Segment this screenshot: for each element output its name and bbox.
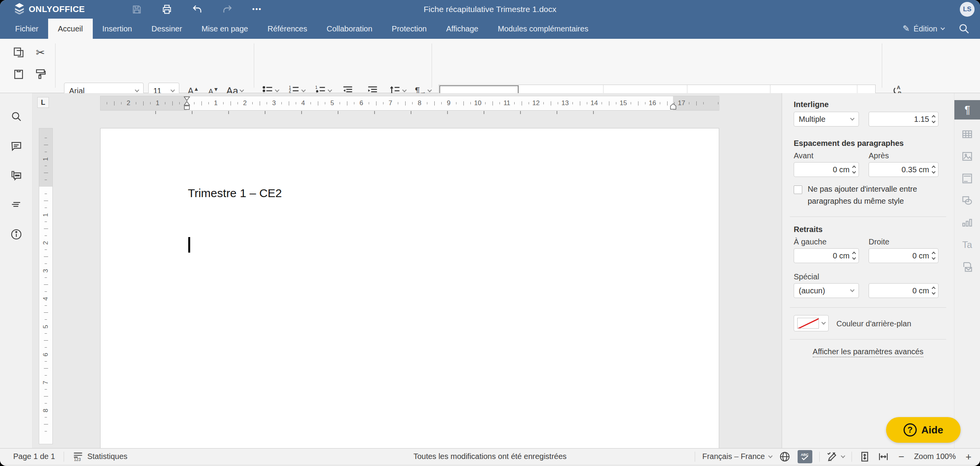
chevron-down-icon xyxy=(768,454,772,458)
zoom-out-button[interactable]: − xyxy=(896,451,907,462)
edition-label: Édition xyxy=(914,24,937,33)
line-spacing-amount-spinner[interactable]: 1.15 xyxy=(869,112,938,126)
spinner-arrows[interactable] xyxy=(932,252,935,259)
tab-references[interactable]: Références xyxy=(258,19,317,39)
svg-text:123: 123 xyxy=(74,457,81,461)
tab-fichier[interactable]: Fichier xyxy=(5,19,48,39)
mail-merge-button[interactable] xyxy=(959,258,976,275)
tab-dessiner[interactable]: Dessiner xyxy=(142,19,192,39)
chevron-down-icon xyxy=(940,26,945,30)
a-gauche-label: À gauche xyxy=(794,237,827,246)
ruler-tick xyxy=(223,102,224,104)
track-changes-button[interactable] xyxy=(827,451,845,463)
line-spacing-type-value: Multiple xyxy=(799,115,826,124)
avatar[interactable]: LS xyxy=(960,2,975,17)
vertical-ruler[interactable]: 112345678 xyxy=(39,128,53,444)
more-actions-button[interactable]: ••• xyxy=(252,5,262,14)
spacing-before-spinner[interactable]: 0 cm xyxy=(794,162,859,177)
zoom-level-label[interactable]: Zoom 100% xyxy=(914,452,956,461)
background-color-picker[interactable] xyxy=(794,315,829,331)
chat-button[interactable] xyxy=(8,167,25,184)
ruler-tick xyxy=(289,101,289,106)
language-selector[interactable]: Français – France xyxy=(702,452,772,461)
set-language-button[interactable] xyxy=(779,451,791,463)
ruler-tick xyxy=(405,101,406,106)
text-art-settings-button[interactable]: Ta xyxy=(959,236,976,253)
ruler-tick xyxy=(441,102,442,104)
navigation-headings-button[interactable] xyxy=(8,196,25,213)
indent-marker[interactable] xyxy=(184,96,190,110)
save-button[interactable] xyxy=(132,4,142,15)
copy-button[interactable] xyxy=(10,44,27,61)
no-interval-checkbox-label[interactable]: Ne pas ajouter d'intervalle entre paragr… xyxy=(808,183,936,207)
document-page[interactable]: Trimestre 1 – CE2 xyxy=(100,128,719,448)
shape-settings-button[interactable] xyxy=(959,192,976,209)
cut-button[interactable]: ✂ xyxy=(32,44,49,61)
default-tab-stops xyxy=(155,111,605,114)
spinner-arrows[interactable] xyxy=(932,166,935,173)
horizontal-ruler[interactable]: 121234567891011121314151617 xyxy=(100,96,719,111)
mode-edition-dropdown[interactable]: ✎ Édition xyxy=(902,24,944,34)
format-painter-button[interactable] xyxy=(32,66,49,82)
ruler-tick xyxy=(602,102,602,104)
spell-check-button[interactable]: ABC xyxy=(798,450,812,463)
ruler-tick xyxy=(44,284,48,285)
undo-button[interactable] xyxy=(192,4,203,15)
indent-left-spinner[interactable]: 0 cm xyxy=(794,248,859,263)
comments-button[interactable] xyxy=(8,138,25,155)
ruler-left-margin xyxy=(101,96,187,110)
help-button[interactable]: ? Aide xyxy=(886,417,961,443)
paragraph-settings-button[interactable]: ¶ xyxy=(954,100,980,120)
tab-protection[interactable]: Protection xyxy=(382,19,436,39)
print-button[interactable] xyxy=(161,4,172,15)
interligne-title: Interligne xyxy=(794,100,829,109)
tab-modules-complementaires[interactable]: Modules complémentaires xyxy=(488,19,598,39)
right-indent-marker[interactable] xyxy=(670,103,676,110)
table-settings-button[interactable] xyxy=(959,126,976,143)
redo-button[interactable] xyxy=(222,4,233,15)
header-footer-settings-button[interactable] xyxy=(959,170,976,187)
tab-accueil[interactable]: Accueil xyxy=(48,19,92,39)
spacing-after-spinner[interactable]: 0.35 cm xyxy=(869,162,938,177)
paste-button[interactable] xyxy=(10,66,27,82)
special-select[interactable]: (aucun) xyxy=(794,283,859,298)
no-interval-checkbox[interactable] xyxy=(794,185,802,194)
zoom-in-button[interactable]: + xyxy=(963,451,974,462)
indent-right-spinner[interactable]: 0 cm xyxy=(869,248,938,263)
spinner-arrows[interactable] xyxy=(853,166,855,173)
spinner-arrows[interactable] xyxy=(932,116,935,123)
search-button[interactable] xyxy=(958,23,970,35)
tab-insertion[interactable]: Insertion xyxy=(93,19,142,39)
spinner-arrows[interactable] xyxy=(853,252,855,259)
statusbar-divider xyxy=(695,452,695,462)
line-spacing-type-select[interactable]: Multiple xyxy=(794,112,859,126)
top-bar: ONLYOFFICE ••• Fiche récapitulative Trim… xyxy=(0,0,980,19)
main-area: L 121234567891011121314151617 112345678 … xyxy=(0,93,980,448)
home-toolbar: ✂ Arial 11 A▲ A▼ Aa B I U S A2 A2 ✎ xyxy=(0,39,980,93)
find-button[interactable] xyxy=(8,108,25,125)
page-indicator[interactable]: Page 1 de 1 xyxy=(13,452,55,461)
ruler-tick xyxy=(252,102,253,104)
tab-affichage[interactable]: Affichage xyxy=(436,19,488,39)
tab-collaboration[interactable]: Collaboration xyxy=(317,19,382,39)
ruler-tick xyxy=(44,424,48,424)
about-button[interactable] xyxy=(8,226,25,243)
ruler-tick xyxy=(354,102,354,104)
image-settings-button[interactable] xyxy=(959,148,976,165)
chart-settings-button[interactable] xyxy=(959,214,976,231)
ruler-tick xyxy=(551,101,551,106)
tab-mise-en-page[interactable]: Mise en page xyxy=(192,19,258,39)
ruler-number: 5 xyxy=(330,96,334,110)
ruler-number: 16 xyxy=(649,96,656,110)
special-amount-spinner[interactable]: 0 cm xyxy=(869,283,938,298)
advanced-settings-link[interactable]: Afficher les paramètres avancés xyxy=(813,347,923,357)
ruler-tick xyxy=(325,102,325,104)
ruler-number: 6 xyxy=(42,348,50,361)
tab-stop-selector[interactable]: L xyxy=(37,97,49,108)
statistics-button[interactable]: 123 Statistiques xyxy=(73,451,127,462)
chevron-down-icon xyxy=(239,88,244,92)
spinner-arrows[interactable] xyxy=(932,287,935,294)
fit-page-button[interactable] xyxy=(859,451,871,463)
ruler-tick xyxy=(369,102,369,104)
fit-width-button[interactable] xyxy=(878,451,889,463)
